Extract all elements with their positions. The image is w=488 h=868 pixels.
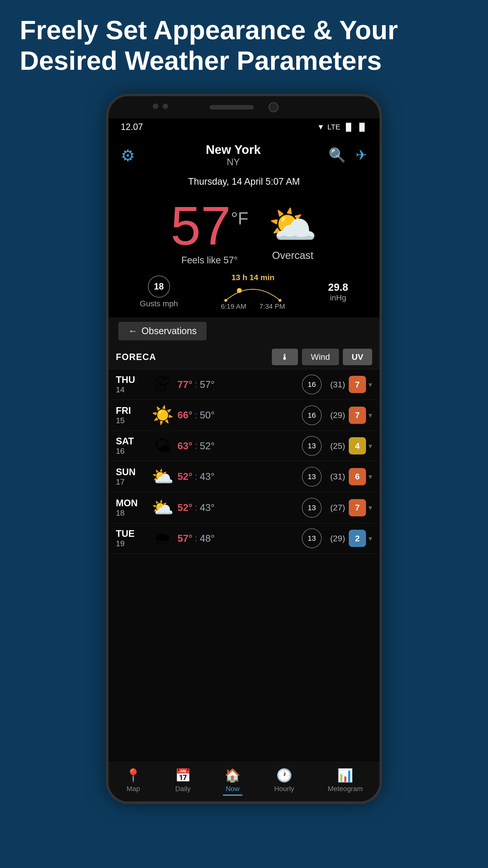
forecast-temp-hi: 66°	[177, 410, 193, 421]
gusts-stat: 18 Gusts mph	[140, 275, 178, 308]
phone-top-bar	[108, 96, 380, 118]
phone-camera	[269, 102, 279, 112]
forecast-day: SUN 17	[116, 467, 148, 487]
forecast-temp-hi: 52°	[177, 502, 193, 513]
forecast-wind-gust: (31)	[327, 380, 349, 390]
forecast-row[interactable]: SAT 16 🌤 63° : 52° 13 (25) 4 ▾	[108, 431, 380, 461]
forecast-day-num: 18	[116, 508, 148, 518]
nav-icon-hourly: 🕐	[276, 768, 292, 783]
temperature-value: 57	[170, 199, 231, 253]
temp-separator: :	[195, 471, 197, 482]
forecast-wind-circle: 16	[302, 405, 322, 425]
forecast-row[interactable]: TUE 19 🌧 57° : 48° 13 (29) 2 ▾	[108, 523, 380, 554]
tab-temp-button[interactable]: 🌡	[272, 349, 298, 365]
foreca-header: FORECA 🌡 Wind UV	[108, 345, 380, 369]
forecast-temp-lo: 48°	[200, 533, 215, 544]
search-icon[interactable]: 🔍	[329, 147, 346, 163]
forecast-row[interactable]: MON 18 ⛅ 52° : 43° 13 (27) 7 ▾	[108, 492, 380, 523]
app-content: ⚙ New York NY 🔍 ✈ Thursday, 14 April 5:0…	[108, 135, 380, 801]
temperature-unit: °F	[231, 199, 249, 228]
forecast-wind-circle: 16	[302, 375, 322, 394]
forecast-icon: 🌤	[148, 436, 177, 456]
observations-button[interactable]: ← Observations	[118, 322, 206, 340]
weather-description: Overcast	[268, 250, 318, 261]
svg-point-1	[279, 299, 282, 302]
forecast-day-name: SUN	[116, 467, 148, 477]
forecast-row[interactable]: FRI 15 ☀️ 66° : 50° 16 (29) 7 ▾	[108, 400, 380, 431]
chevron-down-icon: ▾	[368, 472, 372, 481]
svg-point-0	[224, 299, 227, 302]
uv-badge: 7	[349, 407, 366, 424]
forecast-temp-hi: 52°	[177, 471, 193, 482]
nav-item-meteogram[interactable]: 📊 Meteogram	[328, 768, 363, 796]
obs-label: Observations	[141, 326, 197, 336]
forecast-temps: 52° : 43°	[177, 502, 297, 513]
gear-icon[interactable]: ⚙	[121, 147, 138, 164]
forecast-temp-lo: 43°	[200, 471, 215, 482]
forecast-row[interactable]: SUN 17 ⛅ 52° : 43° 13 (31) 6 ▾	[108, 461, 380, 492]
temp-separator: :	[195, 410, 197, 421]
forecast-day-num: 14	[116, 385, 148, 394]
navigate-icon[interactable]: ✈	[356, 147, 367, 163]
forecast-day-num: 17	[116, 477, 148, 487]
forecast-day-num: 19	[116, 539, 148, 548]
forecast-temp-lo: 57°	[200, 379, 215, 390]
chevron-down-icon: ▾	[368, 534, 372, 543]
temp-separator: :	[195, 441, 197, 451]
uv-badge: 4	[349, 437, 366, 455]
forecast-row[interactable]: THU 14 ⛈ 77° : 57° 16 (31) 7 ▾	[108, 369, 380, 400]
gusts-circle: 18	[148, 275, 170, 298]
forecast-temp-hi: 57°	[177, 533, 193, 544]
forecast-list: THU 14 ⛈ 77° : 57° 16 (31) 7 ▾ FRI 15 ☀️…	[108, 369, 380, 762]
nav-active-indicator	[223, 795, 242, 796]
forecast-temp-lo: 50°	[200, 410, 215, 421]
forecast-day-name: FRI	[116, 405, 148, 416]
cloud-icon: ⛅	[268, 203, 318, 247]
obs-bar: ← Observations	[108, 317, 380, 345]
chevron-down-icon: ▾	[368, 503, 372, 512]
forecast-day-num: 16	[116, 446, 148, 456]
tab-uv-button[interactable]: UV	[343, 349, 372, 365]
temp-separator: :	[195, 502, 197, 513]
temp-separator: :	[195, 379, 197, 390]
svg-point-2	[237, 288, 242, 293]
forecast-temp-hi: 63°	[177, 440, 193, 452]
status-icons: ▼ LTE ▐▌ ▐▌	[317, 123, 367, 131]
nav-item-now[interactable]: 🏠 Now	[225, 768, 240, 796]
feels-like: Feels like 57°	[170, 255, 248, 266]
header-line2: Desired Weather Parameters	[20, 45, 468, 76]
forecast-temp-lo: 52°	[200, 440, 215, 452]
forecast-day-name: TUE	[116, 528, 148, 539]
forecast-wind-gust: (27)	[327, 503, 349, 513]
nav-icon-map: 📍	[125, 768, 141, 783]
date-text: Thursday, 14 April 5:07 AM	[188, 176, 300, 187]
forecast-wind-circle: 13	[302, 498, 322, 518]
temp-section: 57 °F Feels like 57°	[170, 199, 248, 266]
uv-badge: 7	[349, 499, 366, 516]
location-city: New York	[206, 143, 261, 157]
nav-label-daily: Daily	[175, 785, 191, 793]
forecast-temps: 57° : 48°	[177, 533, 297, 544]
nav-item-map[interactable]: 📍 Map	[125, 768, 141, 796]
nav-icon-meteogram: 📊	[337, 768, 353, 783]
forecast-wind-circle: 13	[302, 436, 322, 456]
forecast-temps: 77° : 57°	[177, 379, 297, 390]
app-header: ⚙ New York NY 🔍 ✈	[108, 135, 380, 174]
nav-icon-daily: 📅	[175, 768, 191, 783]
phone-speaker	[209, 105, 254, 110]
status-time: 12.07	[121, 122, 143, 132]
forecast-icon: ⛅	[148, 466, 177, 487]
forecast-temp-hi: 77°	[177, 379, 193, 390]
nav-item-hourly[interactable]: 🕐 Hourly	[274, 768, 294, 796]
tab-wind-button[interactable]: Wind	[302, 349, 339, 365]
nav-item-daily[interactable]: 📅 Daily	[175, 768, 191, 796]
forecast-temps: 63° : 52°	[177, 440, 297, 452]
weather-stats: 18 Gusts mph 13 h 14 min 6:19 AM 7:34 PM	[108, 268, 380, 317]
bottom-nav: 📍 Map 📅 Daily 🏠 Now 🕐 Hourly 📊 Meteogram	[108, 762, 380, 801]
forecast-icon: 🌧	[148, 528, 177, 549]
chevron-down-icon: ▾	[368, 380, 372, 389]
forecast-day-name: THU	[116, 375, 148, 385]
forecast-icon: ☀️	[148, 405, 177, 426]
nav-label-now: Now	[226, 785, 239, 793]
status-bar: 12.07 ▼ LTE ▐▌ ▐▌	[108, 118, 380, 135]
